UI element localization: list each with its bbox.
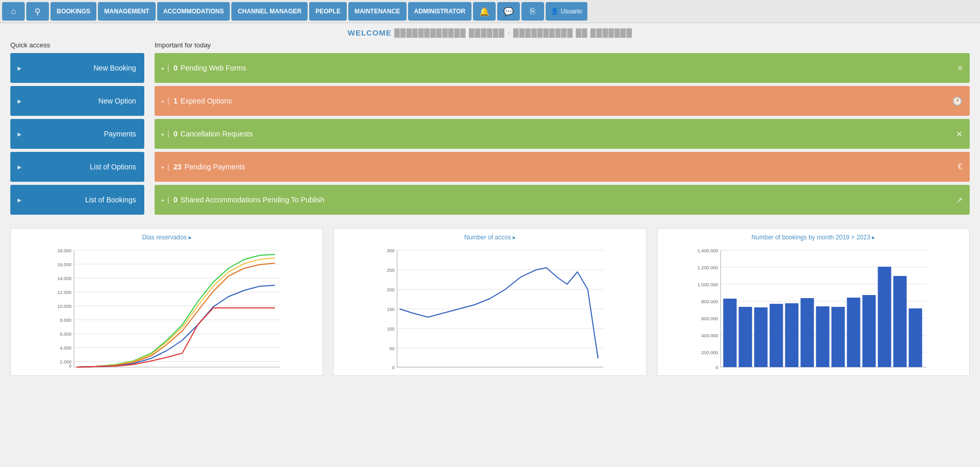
- row-arrow-icon: ▸: [162, 164, 164, 170]
- list-bookings-label: List of Bookings: [85, 196, 136, 204]
- expired-options-label: Expired Options: [178, 97, 952, 105]
- cancellation-requests-count: 0: [174, 130, 178, 138]
- chart3-svg: 1.400.000 1.200.000 1.000.000 800.000 60…: [663, 245, 964, 369]
- notifications-button[interactable]: 🔔: [473, 2, 496, 21]
- chart-accos: Number of accos ▸ 300 250 200 150 100 50…: [333, 228, 646, 376]
- row-arrow-icon: ▸: [162, 98, 164, 104]
- pending-web-forms-row[interactable]: ▸ | 0 Pending Web Forms ≡: [155, 53, 970, 83]
- nav-bookings[interactable]: BOOKINGS: [50, 2, 96, 21]
- chart1-svg: 18.000 16.000 14.000 12.000 10.000 8.000…: [16, 245, 317, 369]
- welcome-prefix: WELCOME: [348, 28, 392, 37]
- nav-channel-manager[interactable]: CHANNEL MANAGER: [231, 2, 308, 21]
- svg-text:0: 0: [715, 365, 718, 370]
- charts-section: Dias reservados ▸ 18.000 16.000 14.000 1…: [0, 223, 980, 381]
- new-booking-button[interactable]: ▶ New Booking: [10, 53, 144, 83]
- pipe-separator: |: [167, 163, 170, 171]
- new-booking-label: New Booking: [94, 64, 137, 72]
- row-arrow-icon: ▸: [162, 65, 164, 71]
- svg-text:1.400.000: 1.400.000: [697, 248, 718, 253]
- arrow-icon: ▶: [18, 197, 22, 203]
- welcome-bar: WELCOME ████████████ ██████ - ██████████…: [0, 23, 980, 41]
- user-icon: 👤: [551, 8, 559, 15]
- nav-administrator[interactable]: ADMINISTRATOR: [408, 2, 472, 21]
- chart-bookings-month: Number of bookings by month 2019 > 2023 …: [657, 228, 970, 376]
- welcome-name: ████████████ ██████ - ██████████ ██ ████…: [394, 28, 632, 37]
- pending-web-forms-count: 0: [174, 64, 178, 72]
- svg-text:200.000: 200.000: [701, 350, 718, 355]
- svg-text:12.000: 12.000: [57, 290, 72, 295]
- svg-text:800.000: 800.000: [701, 299, 718, 304]
- svg-text:8.000: 8.000: [60, 318, 72, 323]
- euro-icon: €: [958, 162, 962, 171]
- home-button[interactable]: ⌂: [2, 2, 25, 21]
- top-navigation: ⌂ ⚲ BOOKINGS MANAGEMENT ACCOMMODATIONS C…: [0, 0, 980, 23]
- svg-rect-63: [862, 295, 875, 367]
- svg-text:600.000: 600.000: [701, 316, 718, 321]
- chart-dias-reservados: Dias reservados ▸ 18.000 16.000 14.000 1…: [10, 228, 323, 376]
- clock-icon: 🕐: [952, 96, 962, 106]
- svg-rect-57: [769, 304, 783, 367]
- pending-payments-label: Pending Payments: [182, 163, 958, 171]
- share-button[interactable]: ⎘: [521, 2, 544, 21]
- arrow-icon: ▶: [18, 131, 22, 137]
- pipe-separator: |: [167, 64, 170, 72]
- svg-text:250: 250: [387, 268, 395, 273]
- svg-rect-65: [893, 276, 906, 367]
- expired-options-row[interactable]: ▸ | 1 Expired Options 🕐: [155, 86, 970, 116]
- chart1-title[interactable]: Dias reservados ▸: [16, 234, 317, 241]
- svg-text:200: 200: [387, 287, 395, 292]
- chart3-title[interactable]: Number of bookings by month 2019 > 2023 …: [663, 234, 964, 241]
- arrow-icon: ▶: [18, 164, 22, 170]
- chart2-title[interactable]: Number of accos ▸: [339, 234, 640, 241]
- svg-rect-62: [847, 298, 860, 367]
- cancellation-requests-row[interactable]: ▸ | 0 Cancellation Requests ✕: [155, 119, 970, 149]
- new-option-label: New Option: [98, 97, 136, 105]
- list-icon: ≡: [958, 63, 962, 73]
- row-arrow-icon: ▸: [162, 131, 164, 137]
- svg-text:0: 0: [392, 365, 395, 370]
- cancellation-requests-label: Cancellation Requests: [178, 130, 956, 138]
- list-options-label: List of Options: [90, 163, 137, 171]
- svg-text:150: 150: [387, 307, 395, 312]
- quick-access-panel: Quick access ▶ New Booking ▶ New Option …: [10, 41, 144, 218]
- new-option-button[interactable]: ▶ New Option: [10, 86, 144, 116]
- pending-web-forms-label: Pending Web Forms: [178, 64, 957, 72]
- svg-text:4.000: 4.000: [60, 345, 72, 351]
- arrow-icon: ▶: [18, 98, 22, 104]
- nav-maintenance[interactable]: MAINTENANCE: [348, 2, 407, 21]
- svg-rect-64: [877, 267, 891, 367]
- svg-text:300: 300: [387, 248, 395, 253]
- svg-rect-60: [816, 306, 829, 367]
- nav-people[interactable]: PEOPLE: [309, 2, 347, 21]
- main-content: Quick access ▶ New Booking ▶ New Option …: [0, 41, 980, 223]
- list-bookings-button[interactable]: ▶ List of Bookings: [10, 185, 144, 215]
- chat-button[interactable]: 💬: [497, 2, 520, 21]
- user-label: Usuario: [561, 8, 582, 15]
- quick-access-title: Quick access: [10, 41, 144, 49]
- search-button[interactable]: ⚲: [26, 2, 49, 21]
- svg-rect-61: [831, 307, 844, 367]
- important-today-panel: Important for today ▸ | 0 Pending Web Fo…: [155, 41, 970, 218]
- payments-button[interactable]: ▶ Payments: [10, 119, 144, 149]
- nav-management[interactable]: MANAGEMENT: [98, 2, 155, 21]
- svg-text:1.200.000: 1.200.000: [697, 265, 718, 270]
- pipe-separator: |: [167, 97, 170, 105]
- pending-payments-row[interactable]: ▸ | 23 Pending Payments €: [155, 152, 970, 182]
- row-arrow-icon: ▸: [162, 197, 164, 203]
- svg-text:6.000: 6.000: [60, 332, 72, 337]
- svg-text:10.000: 10.000: [57, 304, 72, 309]
- svg-rect-55: [738, 307, 752, 367]
- list-options-button[interactable]: ▶ List of Options: [10, 152, 144, 182]
- svg-text:18.000: 18.000: [57, 248, 72, 253]
- svg-rect-66: [908, 308, 922, 367]
- important-today-title: Important for today: [155, 41, 970, 49]
- nav-accommodations[interactable]: ACCOMMODATIONS: [157, 2, 230, 21]
- svg-text:1.000.000: 1.000.000: [697, 282, 718, 287]
- user-button[interactable]: 👤 Usuario: [546, 2, 587, 21]
- payments-label: Payments: [104, 130, 136, 138]
- shared-accommodations-row[interactable]: ▸ | 0 Shared Accommodations Pending To P…: [155, 185, 970, 215]
- svg-text:100: 100: [387, 326, 395, 332]
- expired-options-count: 1: [174, 97, 178, 105]
- svg-text:50: 50: [390, 346, 395, 351]
- svg-text:14.000: 14.000: [57, 276, 72, 281]
